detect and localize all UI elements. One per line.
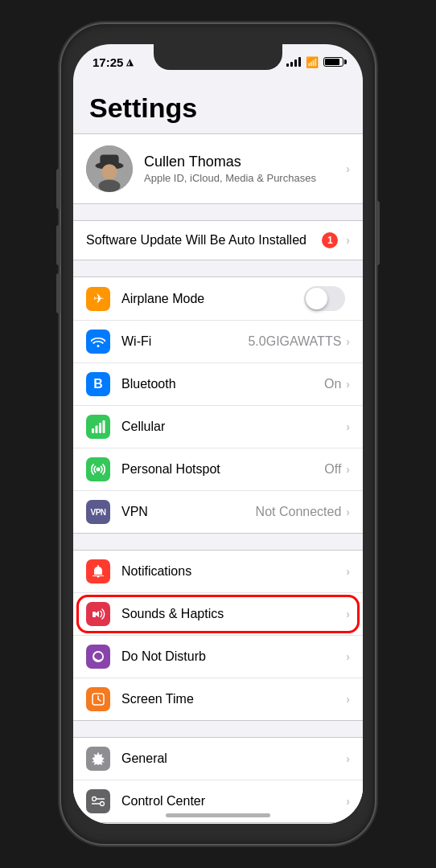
phone-screen: 17:25 ◮ 📶 Settings (73, 44, 363, 824)
wifi-chevron: › (346, 335, 350, 348)
status-time: 17:25 ◮ (93, 55, 133, 69)
general-section: General › Control (73, 737, 363, 823)
svg-point-3 (101, 164, 117, 179)
profile-subtitle: Apple ID, iCloud, Media & Purchases (144, 172, 335, 184)
svg-line-13 (98, 699, 101, 701)
wifi-icon (86, 330, 110, 354)
airplane-mode-row[interactable]: ✈ Airplane Mode (73, 277, 363, 321)
control-center-chevron: › (346, 795, 350, 808)
svg-point-17 (101, 802, 105, 806)
battery-icon (323, 57, 343, 67)
svg-rect-7 (99, 423, 101, 433)
battery-fill (325, 59, 339, 65)
vpn-chevron: › (346, 506, 350, 518)
signal-icon (286, 57, 301, 67)
wifi-label: Wi-Fi (121, 334, 248, 349)
vpn-value: Not Connected (256, 505, 342, 519)
control-center-label: Control Center (121, 794, 346, 809)
general-row[interactable]: General › (73, 738, 363, 780)
bluetooth-chevron: › (346, 378, 350, 391)
airplane-mode-label: Airplane Mode (121, 292, 304, 306)
screentime-label: Screen Time (121, 692, 346, 706)
svg-rect-10 (93, 612, 96, 617)
sounds-chevron: › (346, 608, 350, 620)
donotdisturb-label: Do Not Disturb (121, 649, 346, 664)
donotdisturb-chevron: › (346, 650, 350, 663)
general-chevron: › (346, 752, 350, 765)
screentime-row[interactable]: Screen Time › (73, 678, 363, 720)
cellular-label: Cellular (121, 420, 346, 434)
general-label: General (121, 751, 346, 766)
home-indicator[interactable] (166, 813, 270, 817)
svg-point-4 (98, 180, 120, 192)
profile-row[interactable]: Cullen Thomas Apple ID, iCloud, Media & … (73, 134, 363, 203)
hotspot-value: Off (324, 462, 341, 477)
bluetooth-icon: B (86, 372, 110, 396)
update-banner[interactable]: Software Update Will Be Auto Installed 1… (73, 220, 363, 260)
screentime-chevron: › (346, 693, 350, 706)
airplane-mode-icon: ✈ (86, 287, 110, 311)
hotspot-label: Personal Hotspot (121, 462, 324, 477)
svg-rect-5 (92, 428, 94, 433)
general-icon (86, 747, 110, 771)
svg-point-15 (93, 797, 97, 801)
screentime-icon (86, 687, 110, 711)
sounds-label: Sounds & Haptics (121, 607, 346, 621)
svg-rect-6 (96, 426, 98, 434)
profile-info: Cullen Thomas Apple ID, iCloud, Media & … (144, 154, 335, 184)
settings-content: Settings (73, 80, 363, 824)
update-chevron: › (346, 234, 350, 247)
avatar-image (86, 145, 133, 192)
notifications-chevron: › (346, 565, 350, 578)
cellular-icon (86, 415, 110, 439)
update-text: Software Update Will Be Auto Installed (86, 233, 314, 248)
hotspot-icon (86, 457, 110, 481)
wifi-value: 5.0GIGAWATTS (248, 334, 341, 349)
sounds-haptics-row[interactable]: Sounds & Haptics › (73, 593, 363, 636)
bluetooth-row[interactable]: B Bluetooth On › (73, 363, 363, 406)
profile-name: Cullen Thomas (144, 154, 335, 170)
avatar (86, 145, 133, 192)
cellular-chevron: › (346, 420, 350, 433)
donotdisturb-icon (86, 645, 110, 669)
control-center-icon (86, 789, 110, 813)
cellular-row[interactable]: Cellular › (73, 406, 363, 448)
bluetooth-value: On (324, 377, 341, 391)
time-display: 17:25 (93, 55, 123, 69)
profile-chevron: › (346, 162, 350, 175)
notch (154, 44, 282, 70)
notifications-section: Notifications › (73, 550, 363, 721)
location-icon: ◮ (126, 57, 133, 68)
wifi-row[interactable]: Wi-Fi 5.0GIGAWATTS › (73, 321, 363, 363)
toggle-knob (306, 288, 327, 309)
airplane-mode-toggle[interactable] (304, 286, 345, 311)
update-badge: 1 (322, 232, 338, 248)
profile-section[interactable]: Cullen Thomas Apple ID, iCloud, Media & … (73, 133, 363, 204)
wifi-status-icon: 📶 (306, 56, 319, 68)
vpn-icon: VPN (86, 500, 110, 524)
svg-rect-8 (103, 420, 105, 433)
update-row[interactable]: Software Update Will Be Auto Installed 1… (73, 221, 363, 260)
notifications-icon (86, 559, 110, 583)
vpn-row[interactable]: VPN VPN Not Connected › (73, 491, 363, 533)
connectivity-section: ✈ Airplane Mode Wi-Fi (73, 276, 363, 534)
phone-frame: 17:25 ◮ 📶 Settings (61, 24, 375, 844)
notifications-label: Notifications (121, 564, 346, 579)
hotspot-chevron: › (346, 463, 350, 476)
notifications-row[interactable]: Notifications › (73, 551, 363, 593)
bluetooth-label: Bluetooth (121, 377, 324, 391)
vpn-label: VPN (121, 505, 256, 519)
svg-point-9 (97, 468, 101, 472)
hotspot-row[interactable]: Personal Hotspot Off › (73, 448, 363, 491)
donotdisturb-row[interactable]: Do Not Disturb › (73, 636, 363, 678)
page-title: Settings (73, 80, 363, 133)
status-icons: 📶 (286, 56, 343, 68)
sounds-icon (86, 602, 110, 626)
